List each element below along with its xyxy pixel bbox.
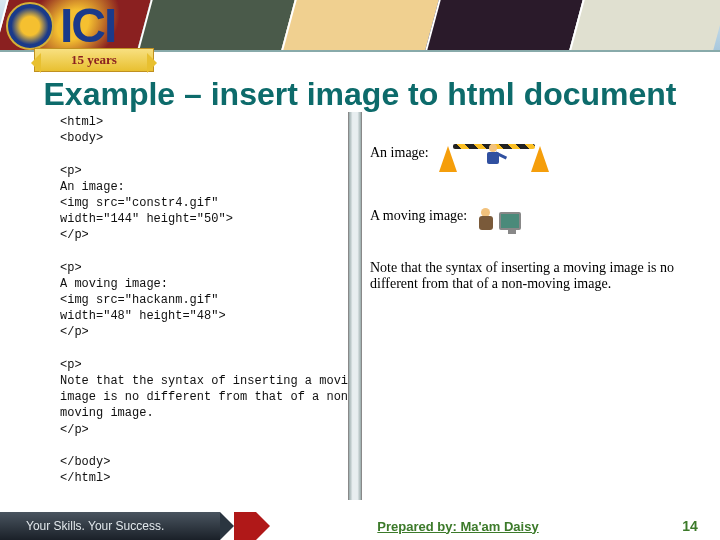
content-area: <html> <body> <p> An image: <img src="co…	[60, 112, 680, 500]
hacker-image-icon	[477, 196, 521, 236]
code-panel: <html> <body> <p> An image: <img src="co…	[60, 112, 340, 500]
footer-accent	[234, 512, 256, 540]
moving-image-label: A moving image:	[370, 208, 467, 224]
rendered-note: Note that the syntax of inserting a movi…	[370, 260, 680, 292]
rendered-moving-row: A moving image:	[370, 196, 680, 236]
ici-logo: ICI	[60, 0, 115, 52]
render-panel: An image: A moving image: Note that the …	[370, 112, 680, 500]
footer: Your Skills. Your Success. Prepared by: …	[0, 512, 720, 540]
vertical-divider	[348, 112, 362, 500]
anniversary-ribbon: 15 years	[34, 48, 154, 72]
an-image-label: An image:	[370, 145, 429, 161]
construction-image-icon	[439, 134, 549, 172]
school-seal-icon	[6, 2, 54, 50]
header-banner: ICI	[0, 0, 720, 52]
footer-page-number: 14	[660, 512, 720, 540]
footer-prepared-by: Prepared by: Ma'am Daisy	[256, 512, 660, 540]
slide-title: Example – insert image to html document	[0, 76, 720, 113]
footer-tagline: Your Skills. Your Success.	[0, 512, 220, 540]
rendered-image-row: An image:	[370, 134, 680, 172]
